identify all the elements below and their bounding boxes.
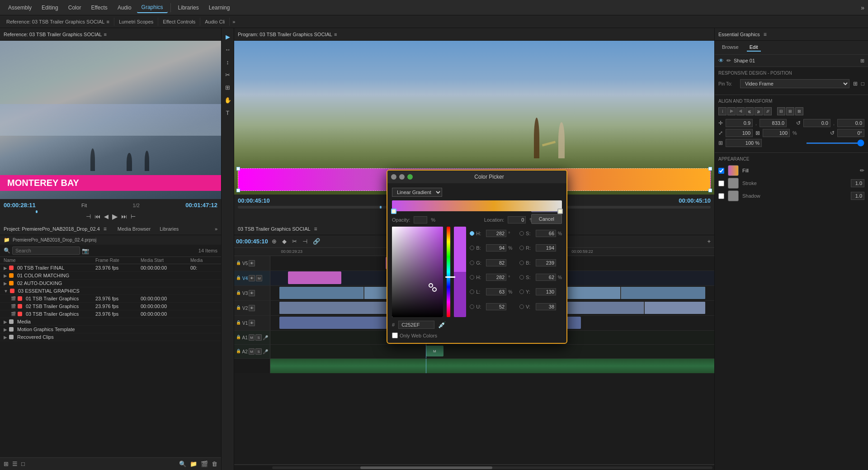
tl-btn-linked[interactable]: 🔗 <box>311 237 322 246</box>
cp-g-input[interactable] <box>486 259 506 266</box>
track-v5-eye[interactable]: 👁 <box>249 260 255 266</box>
tool-track-select[interactable]: ↔ <box>223 44 233 54</box>
tool-razor[interactable]: ✂ <box>223 70 233 80</box>
eg-tab-edit[interactable]: Edit <box>747 43 761 52</box>
btn-step-back[interactable]: ⏮ <box>94 213 100 220</box>
tl-btn-nest[interactable]: ⊕ <box>270 237 278 246</box>
list-item[interactable]: ▼03 ESSENTIAL GRAPHICS <box>0 287 221 295</box>
align-center-v[interactable]: ⫺ <box>755 107 763 115</box>
align-center-h[interactable]: ⫸ <box>727 107 736 115</box>
track-a2-lock[interactable]: 🔒 <box>236 349 241 354</box>
cp-v-radio[interactable] <box>519 304 524 309</box>
cp-u-input[interactable] <box>486 303 506 310</box>
rotation-deg-input[interactable] <box>837 129 864 137</box>
cp-r-input[interactable] <box>536 244 556 252</box>
list-item[interactable]: ▶00 TSB Trailer FINAL 23.976 fps00:00:00… <box>0 264 221 272</box>
timeline-scroll-thumb[interactable] <box>360 466 492 469</box>
list-item[interactable]: ▶01 COLOR MATCHING <box>0 272 221 280</box>
cp-b2-radio[interactable] <box>519 261 524 265</box>
cp-h-radio[interactable] <box>470 231 474 236</box>
tab-reference[interactable]: Reference: 03 TSB Trailer Graphics SOCIA… <box>2 18 114 26</box>
btn-play-back[interactable]: ◀ <box>104 213 108 220</box>
track-v1-lock[interactable]: 🔒 <box>236 320 241 326</box>
tab-effect-controls[interactable]: Effect Controls <box>158 18 200 26</box>
cp-s-radio[interactable] <box>519 231 524 236</box>
footer-delete-icon[interactable]: 🗑 <box>212 461 217 467</box>
cp-s2-radio[interactable] <box>519 275 524 280</box>
track-a1-mute[interactable]: M <box>249 334 255 341</box>
tab-lumetri[interactable]: Lumetri Scopes <box>114 18 158 26</box>
cp-close-btn[interactable] <box>391 174 396 180</box>
pin-to-select[interactable]: Video Frame <box>740 79 849 88</box>
track-v5-lock[interactable]: 🔒 <box>236 261 241 266</box>
align-left[interactable]: ⫶ <box>718 107 726 115</box>
cp-y-radio[interactable] <box>519 290 524 294</box>
track-music-content[interactable] <box>270 359 714 373</box>
program-monitor-menu-icon[interactable]: ≡ <box>334 32 337 37</box>
web-colors-checkbox[interactable] <box>392 332 398 338</box>
tl-btn-razor[interactable]: ✂ <box>290 237 299 246</box>
tl-btn-marker[interactable]: ◆ <box>280 237 288 246</box>
tool-type[interactable]: T <box>223 108 233 118</box>
menu-item-color[interactable]: Color <box>64 3 86 13</box>
position-y-input[interactable] <box>760 119 787 127</box>
stroke2-color-swatch[interactable] <box>728 190 739 201</box>
list-item[interactable]: ▶02 AUTO-DUCKING <box>0 280 221 287</box>
audio-clip-a2-m[interactable]: M <box>426 346 443 356</box>
track-v3-lock[interactable]: 🔒 <box>236 290 241 296</box>
menu-item-effects[interactable]: Effects <box>86 3 112 13</box>
track-a2-mute[interactable]: M <box>249 348 255 355</box>
track-a1-lock[interactable]: 🔒 <box>236 335 241 340</box>
footer-new-item-icon[interactable]: 🎬 <box>201 461 208 467</box>
rotation-y-input[interactable] <box>837 119 864 127</box>
tool-hand[interactable]: ✋ <box>223 95 233 105</box>
btn-step-fwd[interactable]: ⏭ <box>121 213 127 220</box>
track-a2-solo[interactable]: S <box>255 348 262 355</box>
cp-h2-input[interactable] <box>486 274 506 281</box>
stroke1-checkbox[interactable] <box>718 180 724 186</box>
cp-g-radio[interactable] <box>470 261 474 265</box>
list-item[interactable]: ▶Recovered Clips <box>0 333 221 341</box>
eye-icon[interactable]: 👁 <box>718 57 724 64</box>
opacity-input[interactable] <box>726 139 762 147</box>
cp-max-btn[interactable] <box>407 174 413 180</box>
menu-item-editing[interactable]: Editing <box>37 3 63 13</box>
menu-item-graphics[interactable]: Graphics <box>137 2 168 13</box>
timeline-scroll-track[interactable] <box>272 466 712 469</box>
tool-slip[interactable]: ⊞ <box>223 82 233 92</box>
eg-corner-pin-icon[interactable]: ⊞ <box>860 58 864 64</box>
gradient-bar-container[interactable] <box>392 200 562 211</box>
footer-list-icon[interactable]: ☰ <box>12 461 18 467</box>
footer-sort-icon[interactable]: □ <box>21 461 25 467</box>
clip-v4-1[interactable] <box>288 271 341 284</box>
tabs-overflow-button[interactable]: » <box>230 18 238 26</box>
align-bottom[interactable]: ⫻ <box>764 107 772 115</box>
footer-grid-icon[interactable]: ⊞ <box>4 461 9 467</box>
btn-mark-in[interactable]: ⊣ <box>86 213 91 220</box>
tl-btn-snap[interactable]: ⊣ <box>301 237 309 246</box>
cp-h-input[interactable] <box>486 230 506 237</box>
menu-overflow-button[interactable]: » <box>861 4 864 11</box>
list-item[interactable]: ▶Motion Graphics Template <box>0 326 221 333</box>
align-last[interactable]: ⊠ <box>795 107 803 115</box>
cp-eyedropper-icon[interactable]: 💉 <box>438 321 446 328</box>
cp-y-input[interactable] <box>536 288 556 295</box>
cp-l-radio[interactable] <box>470 290 474 294</box>
timeline-menu-icon[interactable]: ≡ <box>314 226 317 232</box>
tab-media-browser[interactable]: Media Browser <box>114 225 154 233</box>
track-v1-eye[interactable]: 👁 <box>249 320 255 326</box>
search-input[interactable] <box>12 247 80 255</box>
cp-s2-input[interactable] <box>536 274 556 281</box>
cp-hex-input[interactable] <box>398 321 434 329</box>
pin-icon2[interactable]: □ <box>861 81 864 87</box>
list-item[interactable]: ▶Media <box>0 318 221 326</box>
cp-cancel-button[interactable]: Cancel <box>531 214 562 224</box>
location-value-input[interactable] <box>508 216 526 223</box>
cp-b-input[interactable] <box>486 244 506 252</box>
menu-item-learning[interactable]: Learning <box>204 3 235 13</box>
gradient-stop-right[interactable] <box>557 209 563 214</box>
cp-u-radio[interactable] <box>470 304 474 309</box>
cp-s-input[interactable] <box>536 230 556 237</box>
cp-r-radio[interactable] <box>519 246 524 250</box>
position-x-input[interactable] <box>726 119 753 127</box>
